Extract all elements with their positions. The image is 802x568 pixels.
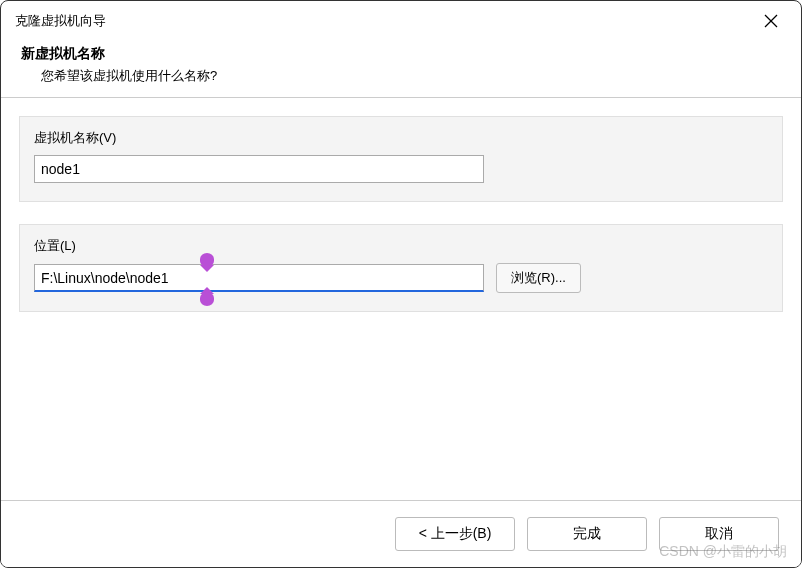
content-area: 虚拟机名称(V) 位置(L) 浏览(R)... — [1, 98, 801, 312]
vm-name-group: 虚拟机名称(V) — [19, 116, 783, 202]
location-label: 位置(L) — [34, 237, 768, 255]
close-icon — [764, 14, 778, 28]
back-button[interactable]: < 上一步(B) — [395, 517, 515, 551]
button-bar: < 上一步(B) 完成 取消 — [1, 500, 801, 567]
location-group: 位置(L) 浏览(R)... — [19, 224, 783, 312]
vm-name-input[interactable] — [34, 155, 484, 183]
finish-button[interactable]: 完成 — [527, 517, 647, 551]
titlebar: 克隆虚拟机向导 — [1, 1, 801, 41]
text-cursor-handle-bottom-icon — [198, 287, 216, 327]
page-subtitle: 您希望该虚拟机使用什么名称? — [41, 67, 781, 85]
location-input[interactable] — [34, 264, 484, 292]
browse-button[interactable]: 浏览(R)... — [496, 263, 581, 293]
wizard-header: 新虚拟机名称 您希望该虚拟机使用什么名称? — [1, 41, 801, 98]
vm-name-label: 虚拟机名称(V) — [34, 129, 768, 147]
cancel-button[interactable]: 取消 — [659, 517, 779, 551]
page-title: 新虚拟机名称 — [21, 45, 781, 63]
close-button[interactable] — [755, 5, 787, 37]
window-title: 克隆虚拟机向导 — [15, 12, 106, 30]
